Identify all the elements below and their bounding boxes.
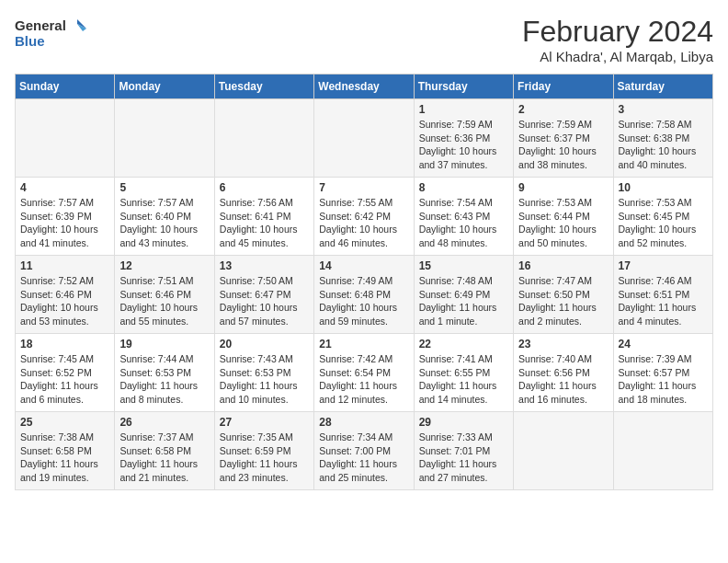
day-number: 29 xyxy=(419,416,508,429)
day-number: 28 xyxy=(319,416,408,429)
day-number: 4 xyxy=(20,181,109,194)
calendar-cell: 15Sunrise: 7:48 AMSunset: 6:49 PMDayligh… xyxy=(414,256,513,334)
day-number: 19 xyxy=(119,338,209,350)
day-number: 12 xyxy=(119,259,209,272)
day-number: 10 xyxy=(619,181,708,194)
day-number: 22 xyxy=(419,338,508,350)
day-info: Sunrise: 7:53 AMSunset: 6:45 PMDaylight:… xyxy=(619,197,697,248)
day-info: Sunrise: 7:57 AMSunset: 6:40 PMDaylight:… xyxy=(119,197,198,248)
day-info: Sunrise: 7:39 AMSunset: 6:57 PMDaylight:… xyxy=(619,353,697,405)
day-number: 27 xyxy=(220,416,309,429)
day-info: Sunrise: 7:59 AMSunset: 6:37 PMDaylight:… xyxy=(518,119,597,170)
day-info: Sunrise: 7:34 AMSunset: 7:00 PMDaylight:… xyxy=(319,431,397,483)
calendar-cell xyxy=(613,412,712,490)
calendar-cell: 28Sunrise: 7:34 AMSunset: 7:00 PMDayligh… xyxy=(314,412,414,490)
calendar-cell: 1Sunrise: 7:59 AMSunset: 6:36 PMDaylight… xyxy=(414,99,513,178)
col-header-sunday: Sunday xyxy=(16,75,115,99)
calendar-cell: 11Sunrise: 7:52 AMSunset: 6:46 PMDayligh… xyxy=(16,256,115,334)
day-number: 24 xyxy=(619,338,708,350)
calendar-cell: 2Sunrise: 7:59 AMSunset: 6:37 PMDaylight… xyxy=(514,99,613,178)
calendar-cell: 12Sunrise: 7:51 AMSunset: 6:46 PMDayligh… xyxy=(115,256,214,334)
day-number: 16 xyxy=(518,259,608,272)
day-info: Sunrise: 7:42 AMSunset: 6:54 PMDaylight:… xyxy=(319,353,397,405)
calendar-cell xyxy=(214,99,313,178)
day-info: Sunrise: 7:56 AMSunset: 6:41 PMDaylight:… xyxy=(220,197,298,248)
col-header-tuesday: Tuesday xyxy=(214,75,313,99)
location: Al Khadra', Al Marqab, Libya xyxy=(522,49,713,64)
day-info: Sunrise: 7:58 AMSunset: 6:38 PMDaylight:… xyxy=(619,119,697,170)
col-header-friday: Friday xyxy=(514,75,613,99)
calendar-cell: 23Sunrise: 7:40 AMSunset: 6:56 PMDayligh… xyxy=(514,334,613,412)
calendar-cell: 29Sunrise: 7:33 AMSunset: 7:01 PMDayligh… xyxy=(414,412,513,490)
day-info: Sunrise: 7:59 AMSunset: 6:36 PMDaylight:… xyxy=(419,119,497,170)
day-info: Sunrise: 7:46 AMSunset: 6:51 PMDaylight:… xyxy=(619,275,697,327)
day-info: Sunrise: 7:45 AMSunset: 6:52 PMDaylight:… xyxy=(20,353,98,405)
day-number: 8 xyxy=(419,181,508,194)
day-info: Sunrise: 7:52 AMSunset: 6:46 PMDaylight:… xyxy=(20,275,98,327)
day-number: 20 xyxy=(220,338,309,350)
calendar-cell: 7Sunrise: 7:55 AMSunset: 6:42 PMDaylight… xyxy=(314,178,414,256)
day-number: 25 xyxy=(20,416,109,429)
day-number: 15 xyxy=(419,259,508,272)
svg-text:Blue: Blue xyxy=(15,33,45,49)
day-info: Sunrise: 7:47 AMSunset: 6:50 PMDaylight:… xyxy=(518,275,597,327)
calendar-cell: 26Sunrise: 7:37 AMSunset: 6:58 PMDayligh… xyxy=(115,412,214,490)
day-number: 7 xyxy=(319,181,408,194)
logo-svg: General Blue xyxy=(15,15,88,52)
calendar-cell: 24Sunrise: 7:39 AMSunset: 6:57 PMDayligh… xyxy=(613,334,712,412)
calendar-cell: 27Sunrise: 7:35 AMSunset: 6:59 PMDayligh… xyxy=(214,412,313,490)
day-number: 18 xyxy=(20,338,109,350)
day-info: Sunrise: 7:35 AMSunset: 6:59 PMDaylight:… xyxy=(220,431,298,483)
day-info: Sunrise: 7:53 AMSunset: 6:44 PMDaylight:… xyxy=(518,197,597,248)
day-number: 3 xyxy=(619,103,708,116)
svg-text:General: General xyxy=(15,17,66,33)
day-number: 14 xyxy=(319,259,408,272)
day-number: 26 xyxy=(119,416,209,429)
calendar-cell: 3Sunrise: 7:58 AMSunset: 6:38 PMDaylight… xyxy=(613,99,712,178)
day-number: 13 xyxy=(220,259,309,272)
day-info: Sunrise: 7:51 AMSunset: 6:46 PMDaylight:… xyxy=(119,275,198,327)
calendar-cell: 4Sunrise: 7:57 AMSunset: 6:39 PMDaylight… xyxy=(16,178,115,256)
day-info: Sunrise: 7:44 AMSunset: 6:53 PMDaylight:… xyxy=(119,353,198,405)
calendar-cell xyxy=(115,99,214,178)
day-info: Sunrise: 7:43 AMSunset: 6:53 PMDaylight:… xyxy=(220,353,298,405)
calendar-cell: 25Sunrise: 7:38 AMSunset: 6:58 PMDayligh… xyxy=(16,412,115,490)
calendar-cell: 5Sunrise: 7:57 AMSunset: 6:40 PMDaylight… xyxy=(115,178,214,256)
col-header-thursday: Thursday xyxy=(414,75,513,99)
day-number: 17 xyxy=(619,259,708,272)
calendar-cell: 8Sunrise: 7:54 AMSunset: 6:43 PMDaylight… xyxy=(414,178,513,256)
calendar-cell: 20Sunrise: 7:43 AMSunset: 6:53 PMDayligh… xyxy=(214,334,313,412)
calendar-cell: 6Sunrise: 7:56 AMSunset: 6:41 PMDaylight… xyxy=(214,178,313,256)
day-number: 9 xyxy=(518,181,608,194)
calendar-cell xyxy=(16,99,115,178)
day-info: Sunrise: 7:54 AMSunset: 6:43 PMDaylight:… xyxy=(419,197,497,248)
day-info: Sunrise: 7:57 AMSunset: 6:39 PMDaylight:… xyxy=(20,197,98,248)
day-number: 1 xyxy=(419,103,508,116)
calendar-cell: 19Sunrise: 7:44 AMSunset: 6:53 PMDayligh… xyxy=(115,334,214,412)
month-year: February 2024 xyxy=(522,15,713,49)
calendar-cell xyxy=(314,99,414,178)
page-header: General Blue February 2024 Al Khadra', A… xyxy=(15,15,713,64)
day-info: Sunrise: 7:37 AMSunset: 6:58 PMDaylight:… xyxy=(119,431,198,483)
col-header-saturday: Saturday xyxy=(613,75,712,99)
calendar-cell: 22Sunrise: 7:41 AMSunset: 6:55 PMDayligh… xyxy=(414,334,513,412)
calendar-cell xyxy=(514,412,613,490)
calendar-table: SundayMondayTuesdayWednesdayThursdayFrid… xyxy=(15,74,713,490)
calendar-cell: 21Sunrise: 7:42 AMSunset: 6:54 PMDayligh… xyxy=(314,334,414,412)
day-number: 21 xyxy=(319,338,408,350)
day-number: 23 xyxy=(518,338,608,350)
title-block: February 2024 Al Khadra', Al Marqab, Lib… xyxy=(522,15,713,64)
day-info: Sunrise: 7:41 AMSunset: 6:55 PMDaylight:… xyxy=(419,353,497,405)
calendar-cell: 14Sunrise: 7:49 AMSunset: 6:48 PMDayligh… xyxy=(314,256,414,334)
day-number: 5 xyxy=(119,181,209,194)
col-header-monday: Monday xyxy=(115,75,214,99)
calendar-cell: 10Sunrise: 7:53 AMSunset: 6:45 PMDayligh… xyxy=(613,178,712,256)
day-info: Sunrise: 7:55 AMSunset: 6:42 PMDaylight:… xyxy=(319,197,397,248)
day-number: 6 xyxy=(220,181,309,194)
day-info: Sunrise: 7:48 AMSunset: 6:49 PMDaylight:… xyxy=(419,275,497,327)
calendar-cell: 16Sunrise: 7:47 AMSunset: 6:50 PMDayligh… xyxy=(514,256,613,334)
logo: General Blue xyxy=(15,15,88,52)
calendar-cell: 17Sunrise: 7:46 AMSunset: 6:51 PMDayligh… xyxy=(613,256,712,334)
day-number: 2 xyxy=(518,103,608,116)
day-info: Sunrise: 7:33 AMSunset: 7:01 PMDaylight:… xyxy=(419,431,497,483)
